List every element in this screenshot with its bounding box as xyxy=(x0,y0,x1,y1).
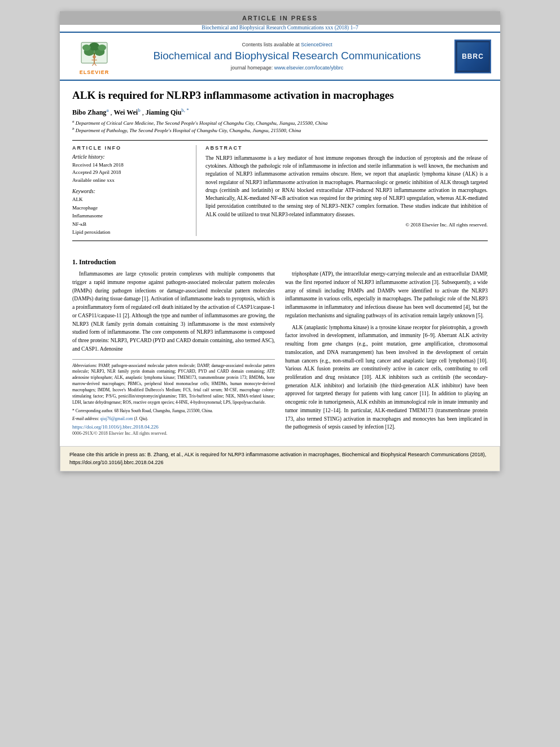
footnote-text: Abbreviations: PAMP, pathogen-associated… xyxy=(72,363,275,422)
keyword-3: Inflammasome xyxy=(72,212,187,220)
author-1-marker: a xyxy=(106,107,108,113)
footnote-divider xyxy=(72,359,275,360)
keywords-section: Keywords: ALK Macrophage Inflammasome NF… xyxy=(72,189,187,236)
received-date: Received 14 March 2018 xyxy=(72,161,187,169)
author-3-marker: b, * xyxy=(181,107,189,113)
info-abstract-section: ARTICLE INFO Article history: Received 1… xyxy=(72,140,488,241)
abstract-text: The NLRP3 inflammasome is a key mediator… xyxy=(205,154,488,219)
homepage-url[interactable]: www.elsevier.com/locate/ybbrc xyxy=(274,65,344,71)
bbrc-logo: BBRC xyxy=(454,40,491,73)
sciencedirect-link[interactable]: ScienceDirect xyxy=(301,42,333,47)
banner-text: ARTICLE IN PRESS xyxy=(242,15,318,21)
article-info-label: ARTICLE INFO xyxy=(72,145,187,151)
keywords-label: Keywords: xyxy=(72,189,187,194)
svg-line-10 xyxy=(92,63,94,66)
email-line: E-mail address: qiuj76@gmail.com (J. Qiu… xyxy=(72,416,275,422)
keyword-5: Lipid peroxidation xyxy=(72,228,187,236)
svg-point-5 xyxy=(82,45,91,51)
journal-homepage-line: journal homepage: www.elsevier.com/locat… xyxy=(125,65,449,71)
main-content: ALK is required for NLRP3 inflammasome a… xyxy=(60,81,500,252)
author-1-name: Bibo Zhang xyxy=(72,108,106,116)
elsevier-logo: ELSEVIER xyxy=(69,37,120,75)
abstract-col: ABSTRACT The NLRP3 inflammasome is a key… xyxy=(196,145,488,236)
body-section: 1. Introduction Inflammasomes are large … xyxy=(60,252,500,442)
sciencedirect-label: Contents lists available at xyxy=(242,42,299,47)
footnote-abbreviations: Abbreviations: PAMP, pathogen-associated… xyxy=(72,363,275,406)
body-para-2: triphosphate (ATP), the intracellular en… xyxy=(285,270,488,320)
body-text-left: Inflammasomes are large cytosolic protei… xyxy=(72,270,275,353)
affil-1: a Department of Critical Care Medicine, … xyxy=(72,119,488,127)
svg-point-4 xyxy=(89,42,99,51)
abstract-label: ABSTRACT xyxy=(205,145,488,151)
body-text-right: triphosphate (ATP), the intracellular en… xyxy=(285,270,488,431)
body-col-right: triphosphate (ATP), the intracellular en… xyxy=(285,270,488,436)
journal-title-text: Biochemical and Biophysical Research Com… xyxy=(125,50,449,63)
homepage-label: journal homepage: xyxy=(231,65,273,71)
article-in-press-banner: ARTICLE IN PRESS xyxy=(60,11,500,25)
email-link[interactable]: qiuj76@gmail.com xyxy=(100,416,133,421)
available-date: Available online xxx xyxy=(72,177,187,185)
svg-point-7 xyxy=(93,55,96,59)
keyword-4: NF-κB xyxy=(72,220,187,228)
sciencedirect-line: Contents lists available at ScienceDirec… xyxy=(125,42,449,47)
doi-line[interactable]: https://doi.org/10.1016/j.bbrc.2018.04.2… xyxy=(72,424,275,430)
body-para-3: ALK (anaplastic lymphoma kinase) is a ty… xyxy=(285,324,488,431)
keyword-1: ALK xyxy=(72,195,187,203)
article-title: ALK is required for NLRP3 inflammasome a… xyxy=(72,89,488,103)
journal-meta-text: Biochemical and Biophysical Research Com… xyxy=(202,25,358,30)
copyright-line: © 2018 Elsevier Inc. All rights reserved… xyxy=(205,222,488,228)
history-label: Article history: xyxy=(72,154,187,160)
author-3-name: Jiaming Qiu xyxy=(146,108,182,116)
elsevier-brand-text: ELSEVIER xyxy=(80,69,110,75)
body-two-col: Inflammasomes are large cytosolic protei… xyxy=(72,270,488,436)
author-2-marker: b xyxy=(138,107,141,113)
svg-line-11 xyxy=(94,63,97,66)
author-2-name: Wei Wei xyxy=(113,108,138,116)
affil-2: b Department of Pathology, The Second Pe… xyxy=(72,126,488,134)
svg-point-6 xyxy=(98,45,106,51)
article-info-col: ARTICLE INFO Article history: Received 1… xyxy=(72,145,196,236)
journal-meta-line: Biochemical and Biophysical Research Com… xyxy=(60,25,500,30)
journal-title-center: Contents lists available at ScienceDirec… xyxy=(120,42,454,71)
body-col-left: Inflammasomes are large cytosolic protei… xyxy=(72,270,275,436)
affiliations: a Department of Critical Care Medicine, … xyxy=(72,119,488,134)
accepted-date: Accepted 29 April 2018 xyxy=(72,169,187,177)
authors-line: Bibo Zhanga , Wei Weib , Jiaming Qiub, * xyxy=(72,107,488,117)
bbrc-text: BBRC xyxy=(462,53,484,60)
elsevier-tree-icon xyxy=(75,37,114,68)
page: ARTICLE IN PRESS Biochemical and Biophys… xyxy=(60,11,500,471)
body-para-1: Inflammasomes are large cytosolic protei… xyxy=(72,270,275,353)
header-row: ELSEVIER Contents lists available at Sci… xyxy=(60,32,500,81)
citation-text: Please cite this article in press as: B.… xyxy=(69,452,486,465)
keyword-2: Macrophage xyxy=(72,204,187,212)
section-1-heading: 1. Introduction xyxy=(72,258,488,267)
issn-line: 0006-291X/© 2018 Elsevier Inc. All right… xyxy=(72,431,275,436)
corresponding-author-note: * Corresponding author. 68 Haiyu South R… xyxy=(72,408,275,414)
citation-bar: Please cite this article in press as: B.… xyxy=(60,446,500,471)
